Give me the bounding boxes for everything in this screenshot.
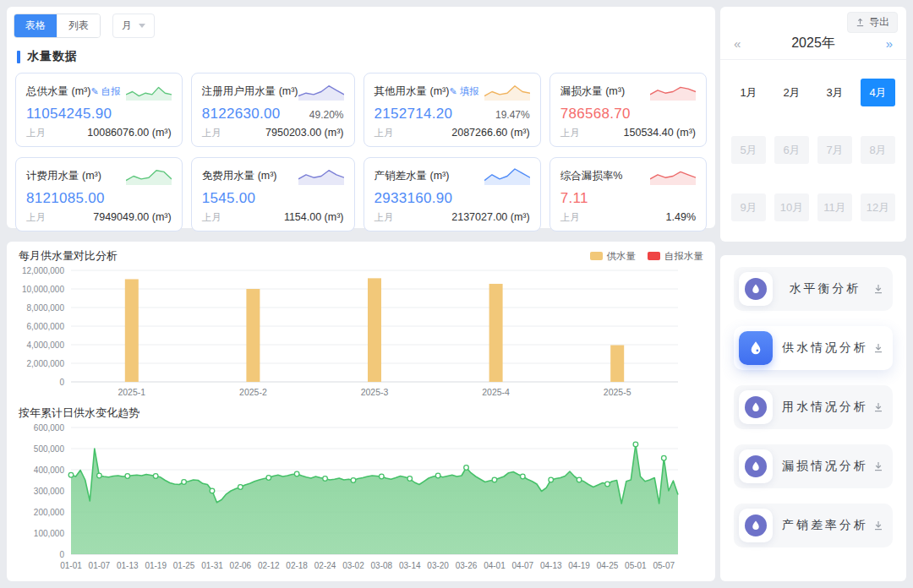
chevron-left-icon[interactable]: « [732,36,742,51]
water-drop-icon [739,390,773,424]
svg-text:05-01: 05-01 [625,561,647,570]
month-cell-9: 9月 [731,193,766,221]
prev-month-label: 上月 [560,127,580,139]
card-sparkline [298,82,344,101]
month-cell-1[interactable]: 1月 [731,79,766,106]
analysis-item-4[interactable]: 漏损情况分析 [734,444,893,488]
analysis-panel: 水平衡分析供水情况分析用水情况分析漏损情况分析产销差率分析 [720,255,906,581]
analysis-label: 用水情况分析 [778,400,872,415]
chevron-right-icon[interactable]: » [884,36,894,51]
svg-text:04-07: 04-07 [512,561,534,570]
card-report-tag[interactable]: ✎ 填报 [449,85,478,98]
card-value: 2152714.20 [374,106,453,122]
svg-text:400,000: 400,000 [34,466,65,475]
bar-chart-legend: 供水量自报水量 [590,250,704,263]
month-cell-4[interactable]: 4月 [861,79,895,106]
stat-card: 综合漏损率%7.11上月1.49% [549,157,707,231]
export-button[interactable]: 导出 [847,12,898,33]
legend-item[interactable]: 自报水量 [648,250,703,263]
analysis-item-5[interactable]: 产销差率分析 [734,504,893,547]
analysis-item-3[interactable]: 用水情况分析 [734,385,893,429]
monthly-supply-bar-chart: 02,000,0004,000,0006,000,0008,000,00010,… [19,264,703,400]
download-icon[interactable] [872,460,884,472]
water-drop-icon [739,449,773,483]
svg-text:0: 0 [59,550,64,559]
download-icon[interactable] [872,520,884,531]
card-value: 2933160.90 [374,190,453,207]
month-cell-2[interactable]: 2月 [774,79,809,106]
month-cell-10: 10月 [774,193,809,221]
download-icon[interactable] [872,342,884,354]
view-tab-group: 表格 列表 [14,14,101,38]
water-drop-icon [739,331,773,365]
svg-text:01-01: 01-01 [60,561,82,570]
month-cell-11: 11月 [817,193,852,221]
card-value: 7.11 [560,190,588,207]
card-sparkline [484,82,530,101]
month-cell-6: 6月 [774,136,809,164]
svg-text:0: 0 [59,378,64,387]
card-percent: 19.47% [495,109,530,121]
card-value: 8122630.00 [202,106,281,122]
water-drop-icon [739,272,773,306]
chevron-down-icon [139,24,145,28]
svg-text:01-07: 01-07 [89,561,111,570]
card-value: 8121085.00 [26,190,105,207]
svg-text:01-31: 01-31 [201,561,223,570]
export-icon [856,18,865,27]
period-select[interactable]: 月 [112,14,155,38]
svg-text:04-13: 04-13 [540,561,562,570]
card-value: 1545.00 [202,190,256,207]
prev-month-label: 上月 [26,127,46,139]
page-title: 水量数据 [17,49,715,64]
prev-month-value: 10086076.00 (m³) [87,127,171,139]
tab-list[interactable]: 列表 [57,14,100,37]
svg-text:02-18: 02-18 [286,561,308,570]
year-navigator: « 2025年 » [720,33,906,60]
svg-text:03-08: 03-08 [371,561,393,570]
prev-month-label: 上月 [560,211,580,224]
stat-card: 产销差水量 (m³)2933160.90上月2137027.00 (m³) [364,157,541,231]
svg-text:02-24: 02-24 [314,561,336,570]
card-sparkline [650,166,696,185]
svg-text:04-01: 04-01 [484,561,506,570]
analysis-item-1[interactable]: 水平衡分析 [734,267,893,311]
prev-month-label: 上月 [374,211,394,224]
month-cell-7: 7月 [817,136,852,164]
svg-text:500,000: 500,000 [34,444,65,454]
card-title: 其他用水量 (m³) [374,84,450,99]
month-cell-3[interactable]: 3月 [817,79,852,106]
tab-table[interactable]: 表格 [14,14,57,37]
calendar-panel: 导出 « 2025年 » 1月2月3月4月5月6月7月8月9月10月11月12月 [720,7,906,242]
card-report-tag[interactable]: ✎ 自报 [90,85,120,98]
prev-month-value: 1154.00 (m³) [284,211,344,223]
bar-chart-title: 每月供水量对比分析 [19,248,118,264]
download-icon[interactable] [872,401,884,413]
legend-swatch [648,252,660,260]
svg-text:02-06: 02-06 [230,561,252,570]
months-grid: 1月2月3月4月5月6月7月8月9月10月11月12月 [720,60,906,221]
area-chart-title: 按年累计日供水变化趋势 [19,406,139,421]
charts-panel: 每月供水量对比分析 供水量自报水量 02,000,0004,000,0006,0… [7,242,715,581]
area-chart-header: 按年累计日供水变化趋势 [19,406,703,421]
svg-text:02-12: 02-12 [258,561,280,570]
card-percent: 49.20% [309,109,344,121]
card-title: 总供水量 (m³) [26,84,90,99]
water-drop-icon [739,509,773,542]
card-title: 漏损水量 (m³) [560,84,625,99]
year-label: 2025年 [742,35,883,52]
analysis-item-2[interactable]: 供水情况分析 [734,326,893,370]
svg-text:2025-4: 2025-4 [482,387,510,397]
svg-text:100,000: 100,000 [34,529,65,538]
card-value: 11054245.90 [26,106,112,122]
legend-item[interactable]: 供水量 [590,250,637,263]
prev-month-label: 上月 [374,127,394,139]
prev-month-value: 7949049.00 (m³) [93,211,171,223]
analysis-label: 产销差率分析 [778,518,872,533]
download-icon[interactable] [872,283,884,295]
svg-text:200,000: 200,000 [34,508,65,517]
card-sparkline [126,166,172,185]
card-title: 免费用水量 (m³) [202,169,277,183]
card-sparkline [126,82,172,101]
edit-icon: ✎ [449,86,459,96]
